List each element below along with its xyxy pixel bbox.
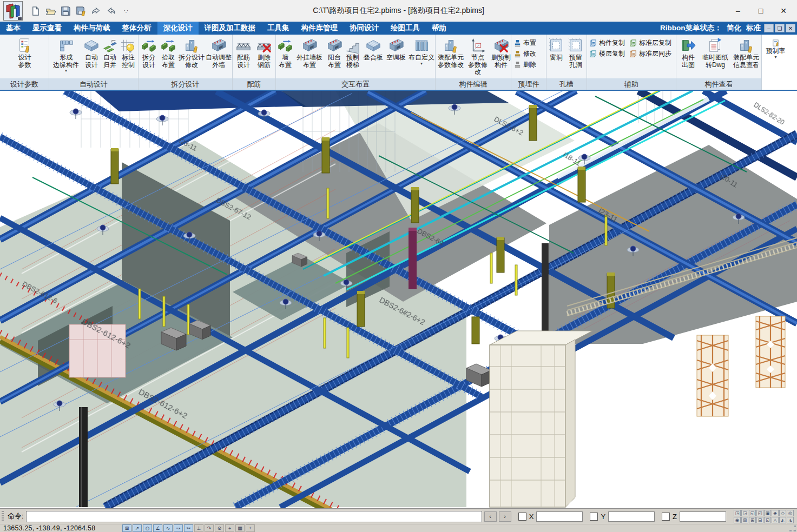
tab-toolset[interactable]: 工具集 — [261, 22, 295, 35]
tab-detailed-design[interactable]: 深化设计 — [157, 22, 199, 35]
x-axis-checkbox[interactable] — [518, 513, 526, 521]
tab-global-analysis[interactable]: 整体分析 — [116, 22, 157, 35]
mdi-minimize-button[interactable]: – — [764, 24, 774, 32]
btn-precast-stairs[interactable]: 预制 楼梯 — [344, 36, 362, 77]
btn-member-drawing[interactable]: 构件 出图 — [677, 36, 700, 77]
btn-reserved-hole[interactable]: 预留 孔洞 — [565, 36, 586, 77]
btn-design-params[interactable]: 设计 参数 — [10, 36, 40, 77]
tab-library-manage[interactable]: 构件库管理 — [295, 22, 344, 35]
new-file-icon[interactable] — [29, 5, 41, 17]
view-tool-button[interactable]: ◈ — [772, 510, 779, 516]
btn-std-floor-sync[interactable]: 标准层同步 — [629, 49, 674, 58]
qat-more-icon[interactable]: ⸪ — [120, 5, 132, 17]
view-tool-button[interactable]: ◉ — [734, 517, 741, 523]
btn-delete-precast[interactable]: 删预制 构件 — [490, 36, 512, 77]
btn-std-floor-copy[interactable]: 标准层复制 — [629, 38, 674, 47]
track-snap-button[interactable]: ⌖ — [225, 524, 234, 532]
btn-balcony-place[interactable]: 阳台 布置 — [325, 36, 344, 77]
btn-custom-place[interactable]: 布自定义 ▾ — [407, 36, 436, 77]
nearest-snap-button[interactable]: ∠ — [153, 524, 162, 532]
btn-rebar-design[interactable]: 配筋 设计 — [233, 36, 254, 77]
btn-floor-copy[interactable]: 楼层复制 — [589, 49, 627, 58]
view-tool-button[interactable]: ⊡ — [764, 517, 771, 523]
y-axis-field[interactable] — [608, 511, 655, 522]
redo-icon[interactable] — [105, 5, 117, 17]
btn-member-copy[interactable]: 构件复制 — [589, 38, 627, 47]
btn-embed-delete[interactable]: 删除 — [513, 60, 536, 69]
curve-snap-button[interactable]: ∿ — [163, 524, 173, 532]
btn-auto-merge[interactable]: 自动 归并 — [101, 36, 119, 77]
maximize-button[interactable]: □ — [749, 3, 772, 19]
view-tool-button[interactable]: ⊞ — [749, 517, 756, 523]
z-axis-checkbox[interactable] — [662, 513, 670, 521]
cut-snap-button[interactable]: ✂ — [184, 524, 193, 532]
mdi-restore-button[interactable]: ❏ — [775, 24, 785, 32]
arc-tool-button[interactable]: ↷ — [205, 524, 214, 532]
btn-node-param-edit[interactable]: 节点 参数修改 — [465, 36, 490, 77]
undo-icon[interactable] — [90, 5, 102, 17]
tab-help[interactable]: 帮助 — [426, 22, 452, 35]
tab-members-loads[interactable]: 构件与荷载 — [68, 22, 116, 35]
resize-grip[interactable] — [789, 526, 796, 531]
btn-unit-info-view[interactable]: 装配单元 信息查看 — [731, 36, 761, 77]
z-axis-field[interactable] — [680, 511, 726, 522]
btn-delete-rebar[interactable]: 删除 钢筋 — [254, 36, 274, 77]
history-prev-button[interactable]: ‹ — [484, 511, 497, 522]
btn-split-modify[interactable]: 拆分设计 修改 — [178, 36, 205, 77]
history-next-button[interactable]: › — [499, 511, 511, 522]
save-as-icon[interactable] — [75, 5, 87, 17]
view-tool-button[interactable]: ◬ — [772, 517, 779, 523]
btn-precast-rate[interactable]: 预制率 ▾ — [763, 36, 789, 77]
minimize-button[interactable]: – — [727, 3, 749, 19]
btn-composite-slab[interactable]: 叠合板 — [362, 36, 385, 77]
tab-display-view[interactable]: 显示查看 — [27, 22, 68, 35]
center-snap-button[interactable]: ◎ — [143, 524, 152, 532]
save-icon[interactable] — [60, 5, 71, 17]
x-axis-field[interactable] — [536, 511, 583, 522]
y-axis-checkbox[interactable] — [590, 513, 598, 521]
crosshair-toggle-button[interactable]: + — [246, 524, 255, 532]
osnap-toggle-button[interactable]: ⊠ — [122, 524, 131, 532]
view-tool-button[interactable]: ◲ — [741, 510, 748, 516]
tangent-snap-button[interactable]: ↝ — [174, 524, 183, 532]
view-tool-button[interactable]: ▣ — [764, 510, 771, 516]
view-tool-button[interactable]: ◳ — [734, 510, 741, 516]
view-tool-button[interactable]: ◮ — [787, 517, 794, 523]
mdi-close-button[interactable]: ✕ — [786, 24, 795, 32]
dropdown-arrow-icon[interactable]: ▾ — [420, 62, 423, 66]
btn-window-opening[interactable]: 窗洞 — [547, 36, 565, 77]
btn-pick-place[interactable]: 拾取 布置 — [159, 36, 178, 77]
toolbar-grip[interactable] — [2, 511, 4, 522]
model-view[interactable]: DBS2-612-6+2 DBS2-612-6 DBS2-612-6+2 DBS… — [0, 91, 797, 508]
view-tool-button[interactable]: ◱ — [749, 510, 756, 516]
btn-cladding-panel-place[interactable]: 外挂墙板 布置 — [294, 36, 325, 77]
view-tool-button[interactable]: ⊟ — [756, 517, 763, 523]
tab-drawings-data[interactable]: 详图及加工数据 — [199, 22, 262, 35]
btn-auto-adjust-exterior-wall[interactable]: 自动调整 外墙 — [205, 36, 232, 77]
btn-unit-param-edit[interactable]: 装配单元 参数修改 — [436, 36, 465, 77]
app-logo-icon[interactable] — [3, 1, 23, 21]
open-file-icon[interactable] — [44, 5, 56, 17]
ribbon-state-standard[interactable]: 标准 — [746, 23, 761, 33]
btn-ac-panel[interactable]: 空调板 — [385, 36, 407, 77]
btn-form-edge-member[interactable]: 形成 边缘构件 ▾ — [50, 36, 82, 77]
close-button[interactable]: ✕ — [772, 3, 795, 19]
btn-annotation-control[interactable]: 标注 控制 — [119, 36, 137, 77]
view-tool-button[interactable]: ◭ — [779, 517, 786, 523]
btn-embed-modify[interactable]: 修改 — [513, 49, 536, 58]
view-tool-button[interactable]: ⊠ — [741, 517, 748, 523]
view-tool-button[interactable]: ◇ — [779, 510, 786, 516]
model-viewport[interactable]: DBS2-612-6+2 DBS2-612-6 DBS2-612-6+2 DBS… — [0, 91, 797, 508]
btn-auto-design[interactable]: 自动 设计 — [82, 36, 101, 77]
btn-temp-drawing-dwg[interactable]: 临时图纸 转Dwg — [700, 36, 731, 77]
axis-snap-button[interactable]: ⊥ — [194, 524, 203, 532]
tab-collaboration[interactable]: 协同设计 — [344, 22, 385, 35]
btn-wall-place[interactable]: 墙 布置 — [276, 36, 294, 77]
disable-snap-button[interactable]: ⊘ — [215, 524, 224, 532]
dropdown-arrow-icon[interactable]: ▾ — [774, 55, 776, 59]
view-tool-button[interactable]: ◰ — [756, 510, 763, 516]
command-input[interactable] — [26, 511, 482, 522]
btn-split-design[interactable]: 拆分 设计 — [139, 36, 159, 77]
ribbon-state-simplified[interactable]: 简化 — [727, 23, 741, 33]
view-tool-button[interactable]: ◎ — [787, 510, 794, 516]
